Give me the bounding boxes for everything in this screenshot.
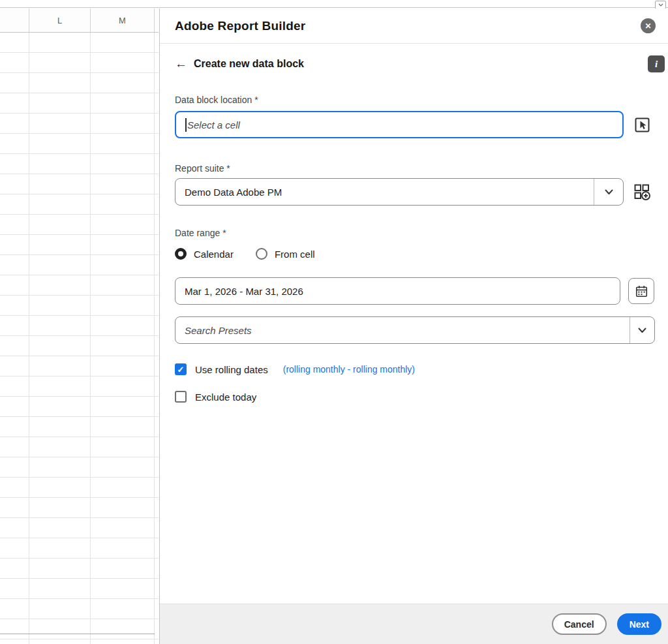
sheet-cell[interactable] — [0, 53, 29, 72]
sheet-cell[interactable] — [29, 478, 91, 497]
sheet-cell[interactable] — [91, 93, 155, 113]
select-cell-button[interactable] — [631, 114, 652, 135]
sheet-cell[interactable] — [29, 33, 91, 52]
sheet-cell[interactable] — [0, 639, 29, 644]
sheet-cell[interactable] — [29, 93, 91, 113]
sheet-cell[interactable] — [29, 114, 91, 133]
sheet-cell[interactable] — [91, 538, 155, 558]
sheet-cell[interactable] — [29, 215, 91, 234]
date-presets-combobox[interactable]: Search Presets — [175, 316, 655, 344]
sheet-cell[interactable] — [91, 114, 155, 133]
sheet-cell[interactable] — [0, 73, 29, 93]
column-header-partial[interactable] — [0, 8, 29, 32]
sheet-cell[interactable] — [0, 114, 29, 133]
add-report-suite-button[interactable] — [631, 181, 652, 202]
sheet-cell[interactable] — [91, 437, 155, 457]
calendar-button[interactable] — [628, 278, 654, 304]
sheet-cell[interactable] — [0, 518, 29, 538]
sheet-cell[interactable] — [0, 376, 29, 396]
sheet-cell[interactable] — [29, 619, 91, 639]
sheet-cell[interactable] — [91, 417, 155, 437]
sheet-cell[interactable] — [91, 356, 155, 376]
radio-selected-icon[interactable] — [175, 248, 187, 260]
sheet-cell[interactable] — [29, 194, 91, 214]
radio-unselected-icon[interactable] — [256, 248, 267, 260]
sheet-cell[interactable] — [91, 215, 155, 234]
sheet-cell[interactable] — [91, 639, 155, 644]
sheet-cell[interactable] — [29, 599, 91, 619]
sheet-cell[interactable] — [91, 559, 155, 578]
sheet-cell[interactable] — [29, 376, 91, 396]
presets-chevron-button[interactable] — [630, 317, 654, 343]
sheet-cell[interactable] — [29, 518, 91, 538]
sheet-cell[interactable] — [29, 134, 91, 153]
sheet-cell[interactable] — [29, 53, 91, 72]
sheet-cell[interactable] — [0, 316, 29, 335]
sheet-cell[interactable] — [29, 559, 91, 578]
sheet-cell[interactable] — [91, 478, 155, 497]
sheet-cell[interactable] — [29, 255, 91, 275]
sheet-cell[interactable] — [91, 296, 155, 315]
back-navigation[interactable]: ← Create new data block — [175, 57, 668, 71]
date-range-input[interactable]: Mar 1, 2026 - Mar 31, 2026 — [175, 277, 620, 305]
sheet-cell[interactable] — [0, 619, 29, 639]
sheet-cell[interactable] — [29, 639, 91, 644]
sheet-cell[interactable] — [0, 457, 29, 477]
sheet-cell[interactable] — [29, 296, 91, 315]
sheet-cell[interactable] — [29, 397, 91, 416]
sheet-cell[interactable] — [91, 255, 155, 275]
sheet-cell[interactable] — [91, 134, 155, 153]
sheet-cell[interactable] — [91, 599, 155, 619]
sheet-cell[interactable] — [0, 559, 29, 578]
info-button[interactable]: i — [648, 55, 665, 72]
sheet-cell[interactable] — [0, 255, 29, 275]
sheet-cell[interactable] — [29, 579, 91, 598]
sheet-cell[interactable] — [0, 134, 29, 153]
sheet-cell[interactable] — [91, 518, 155, 538]
sheet-cell[interactable] — [0, 33, 29, 52]
sheet-cell[interactable] — [91, 316, 155, 335]
sheet-cell[interactable] — [29, 73, 91, 93]
exclude-today-checkbox[interactable]: ✓ — [175, 391, 187, 403]
sheet-cell[interactable] — [0, 275, 29, 295]
sheet-cell[interactable] — [0, 336, 29, 356]
sheet-cell[interactable] — [29, 538, 91, 558]
data-block-location-input[interactable]: Select a cell — [175, 111, 624, 138]
sheet-cell[interactable] — [0, 478, 29, 497]
use-rolling-dates-checkbox[interactable]: ✓ — [175, 363, 187, 375]
sheet-cell[interactable] — [0, 538, 29, 558]
sheet-cell[interactable] — [91, 376, 155, 396]
sheet-cell[interactable] — [29, 498, 91, 517]
sheet-cell[interactable] — [0, 498, 29, 517]
sheet-cell[interactable] — [91, 275, 155, 295]
sheet-cell[interactable] — [91, 73, 155, 93]
sheet-cell[interactable] — [0, 215, 29, 234]
close-button[interactable]: ✕ — [641, 18, 656, 33]
back-arrow-icon[interactable]: ← — [175, 57, 187, 71]
sheet-cell[interactable] — [91, 194, 155, 214]
sheet-cell[interactable] — [91, 336, 155, 356]
sheet-cell[interactable] — [91, 457, 155, 477]
sheet-cell[interactable] — [29, 154, 91, 174]
sheet-cell[interactable] — [0, 599, 29, 619]
sheet-cell[interactable] — [0, 235, 29, 254]
cancel-button[interactable]: Cancel — [552, 613, 607, 635]
sheet-cell[interactable] — [29, 457, 91, 477]
sheet-cell[interactable] — [0, 194, 29, 214]
sheet-cell[interactable] — [29, 437, 91, 457]
sheet-cell[interactable] — [0, 296, 29, 315]
sheet-cell[interactable] — [0, 174, 29, 194]
sheet-cell[interactable] — [29, 336, 91, 356]
radio-option-from-cell[interactable]: From cell — [256, 248, 315, 260]
report-suite-chevron-button[interactable] — [594, 179, 623, 205]
sheet-cell[interactable] — [0, 417, 29, 437]
sheet-cell[interactable] — [91, 174, 155, 194]
column-header-L[interactable]: L — [29, 8, 91, 32]
sheet-cell[interactable] — [91, 397, 155, 416]
sheet-cell[interactable] — [0, 437, 29, 457]
sheet-cell[interactable] — [0, 397, 29, 416]
sheet-cell[interactable] — [91, 619, 155, 639]
sheet-cell[interactable] — [91, 235, 155, 254]
sheet-cell[interactable] — [0, 93, 29, 113]
sheet-cell[interactable] — [91, 579, 155, 598]
